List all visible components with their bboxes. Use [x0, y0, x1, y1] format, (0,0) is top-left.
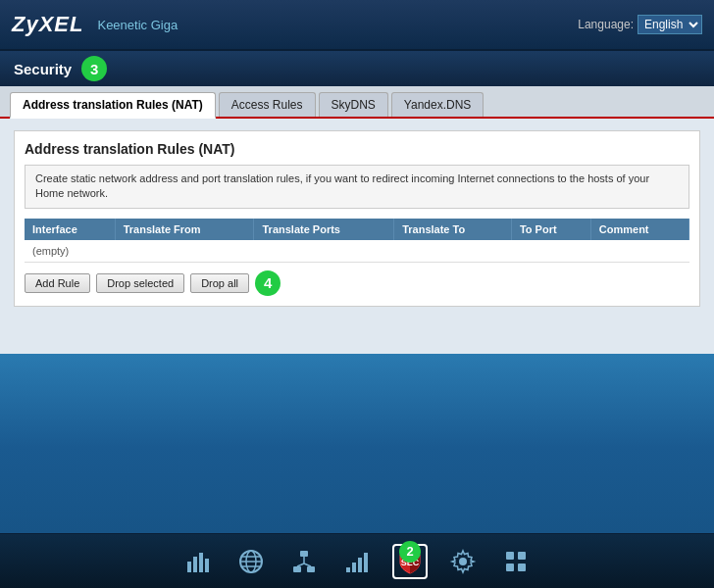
svg-rect-23	[506, 564, 514, 571]
step-badge-3: 3	[81, 56, 107, 81]
step-badge-4: 4	[255, 270, 280, 296]
add-rule-button[interactable]: Add Rule	[25, 273, 90, 293]
section-title: Security	[14, 61, 72, 77]
col-translate-from: Translate From	[115, 219, 254, 240]
svg-rect-21	[506, 552, 514, 560]
drop-all-button[interactable]: Drop all	[190, 273, 249, 293]
taskbar-security[interactable]: 2 SEC	[392, 544, 428, 579]
col-translate-to: Translate To	[394, 219, 512, 240]
svg-rect-17	[358, 558, 362, 572]
logo-model: Keenetic Giga	[97, 18, 178, 32]
svg-rect-15	[346, 567, 350, 572]
taskbar-statistics[interactable]	[180, 544, 216, 579]
svg-rect-22	[518, 552, 526, 560]
col-comment: Comment	[590, 219, 688, 240]
tab-access-rules[interactable]: Access Rules	[219, 92, 316, 117]
buttons-row: Add Rule Drop selected Drop all 4	[25, 270, 689, 296]
svg-rect-1	[193, 557, 197, 572]
col-to-port: To Port	[511, 219, 590, 240]
drop-selected-button[interactable]: Drop selected	[96, 273, 184, 293]
tab-bar: Address translation Rules (NAT) Access R…	[0, 86, 714, 119]
taskbar-internet[interactable]	[233, 544, 269, 579]
tab-nat[interactable]: Address translation Rules (NAT)	[10, 92, 216, 119]
svg-rect-16	[352, 563, 356, 572]
language-dropdown[interactable]: English	[638, 15, 702, 34]
svg-rect-11	[307, 566, 315, 572]
table-row-empty: (empty)	[25, 240, 689, 263]
tab-skydns[interactable]: SkyDNS	[319, 92, 388, 117]
language-selector[interactable]: Language: English	[578, 15, 702, 34]
svg-rect-18	[364, 553, 368, 572]
content-title: Address translation Rules (NAT)	[25, 141, 689, 157]
taskbar-network[interactable]	[286, 544, 322, 579]
taskbar-settings[interactable]	[445, 544, 481, 579]
taskbar: 2 SEC	[0, 533, 714, 588]
svg-point-20	[459, 558, 467, 565]
content-box: Address translation Rules (NAT) Create s…	[14, 130, 700, 307]
svg-rect-9	[300, 551, 308, 557]
taskbar-signal[interactable]	[339, 544, 375, 579]
svg-rect-0	[187, 562, 191, 572]
svg-rect-3	[205, 559, 209, 572]
empty-label: (empty)	[25, 240, 689, 263]
svg-rect-10	[293, 566, 301, 572]
description-text: Create static network address and port t…	[25, 165, 689, 209]
col-interface: Interface	[25, 219, 115, 240]
col-translate-ports: Translate Ports	[254, 219, 394, 240]
svg-line-14	[304, 564, 311, 566]
security-badge: 2	[399, 541, 421, 563]
sub-header: Security 3	[0, 51, 714, 86]
svg-rect-24	[518, 564, 526, 571]
taskbar-apps[interactable]	[498, 544, 534, 579]
logo-zyxel: ZyXEL	[12, 12, 83, 37]
language-label: Language:	[578, 18, 634, 31]
rules-table: Interface Translate From Translate Ports…	[25, 219, 689, 263]
svg-line-13	[297, 564, 304, 566]
header: ZyXEL Keenetic Giga Language: English	[0, 0, 714, 51]
tab-yandex-dns[interactable]: Yandex.DNS	[391, 92, 484, 117]
svg-rect-2	[199, 553, 203, 572]
